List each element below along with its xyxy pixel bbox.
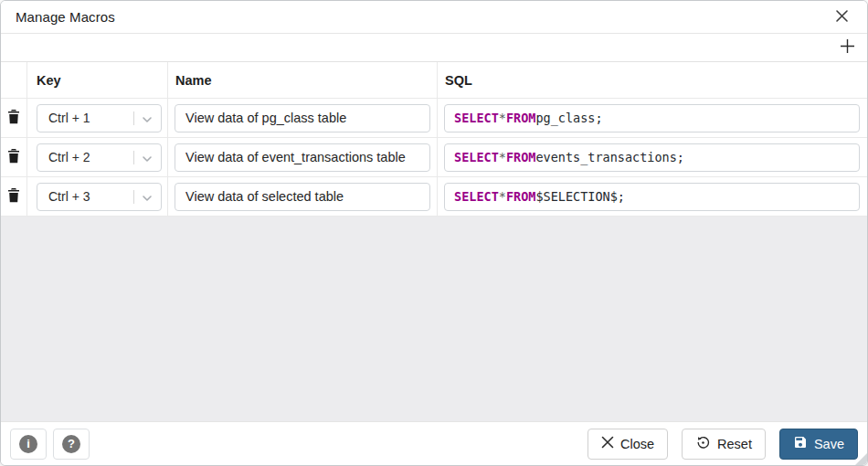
sql-operator: *	[499, 189, 506, 204]
dialog-titlebar: Manage Macros	[1, 1, 867, 34]
info-icon: i	[19, 435, 37, 453]
delete-macro-button[interactable]	[4, 108, 24, 128]
cell-sql: SELECT * FROM pg_class;	[438, 99, 867, 137]
sql-help-button[interactable]: i	[10, 429, 47, 460]
key-select-value: Ctrl + 2	[48, 150, 90, 164]
sql-operator: *	[499, 150, 506, 164]
sql-text: $SELECTION$;	[535, 189, 625, 204]
chevron-down-icon	[140, 112, 154, 131]
cell-name	[168, 99, 438, 137]
sql-text: pg_class;	[535, 111, 602, 125]
table-row: Ctrl + 2 SELECT * FROM events_transactio…	[1, 138, 867, 177]
sql-keyword: FROM	[506, 111, 536, 125]
cell-name	[168, 177, 438, 216]
table-row: Ctrl + 3 SELECT * FROM $SELECTION$;	[1, 177, 867, 217]
cell-delete	[1, 138, 27, 176]
sql-editor[interactable]: SELECT * FROM pg_class;	[444, 104, 860, 132]
column-header-actions	[1, 62, 27, 98]
close-dialog-button[interactable]	[831, 6, 852, 28]
chevron-down-icon	[140, 152, 154, 170]
dialog-footer: i ? Close Reset S	[1, 421, 867, 465]
macros-toolbar	[1, 34, 867, 61]
manage-macros-dialog: Manage Macros Key Name SQL	[0, 0, 868, 466]
key-select[interactable]: Ctrl + 1	[37, 104, 162, 132]
macro-name-input[interactable]	[175, 143, 430, 172]
cell-sql: SELECT * FROM events_transactions;	[438, 138, 867, 176]
trash-icon	[7, 148, 20, 166]
dialog-body-filler	[1, 217, 867, 421]
sql-keyword: FROM	[506, 150, 536, 164]
cell-delete	[1, 177, 27, 216]
trash-icon	[7, 187, 20, 206]
macros-table: Key Name SQL Ctrl + 1	[1, 61, 867, 217]
help-icon: ?	[62, 435, 80, 453]
sql-editor[interactable]: SELECT * FROM events_transactions;	[444, 143, 860, 172]
close-button[interactable]: Close	[587, 429, 668, 460]
resize-grip[interactable]	[855, 453, 867, 465]
key-select[interactable]: Ctrl + 2	[37, 143, 162, 172]
save-icon	[793, 435, 808, 452]
cell-key: Ctrl + 1	[27, 99, 168, 137]
select-divider	[133, 151, 134, 164]
reset-button-label: Reset	[717, 437, 752, 451]
column-header-sql: SQL	[438, 62, 867, 98]
close-icon	[601, 436, 614, 451]
macro-name-input[interactable]	[175, 104, 430, 132]
add-icon	[840, 38, 855, 57]
key-select[interactable]: Ctrl + 3	[37, 183, 162, 211]
close-icon	[835, 9, 849, 26]
sql-editor[interactable]: SELECT * FROM $SELECTION$;	[444, 183, 860, 211]
cell-name	[168, 138, 438, 176]
key-select-value: Ctrl + 1	[48, 111, 90, 125]
select-divider	[133, 190, 134, 204]
delete-macro-button[interactable]	[4, 186, 24, 207]
key-select-value: Ctrl + 3	[48, 189, 90, 204]
reset-button[interactable]: Reset	[682, 429, 766, 460]
macro-name-input[interactable]	[175, 183, 430, 211]
table-header-row: Key Name SQL	[1, 62, 867, 99]
column-header-name: Name	[168, 62, 438, 98]
cell-delete	[1, 99, 27, 137]
close-button-label: Close	[620, 437, 654, 451]
reset-icon	[695, 435, 711, 453]
dialog-title: Manage Macros	[16, 9, 115, 25]
add-macro-button[interactable]	[836, 37, 858, 58]
dialog-help-button[interactable]: ?	[53, 429, 90, 460]
table-row: Ctrl + 1 SELECT * FROM pg_class;	[1, 99, 867, 138]
sql-operator: *	[499, 111, 506, 125]
chevron-down-icon	[140, 191, 154, 209]
trash-icon	[7, 109, 20, 127]
sql-text: events_transactions;	[535, 150, 684, 164]
sql-keyword: SELECT	[454, 150, 499, 164]
cell-sql: SELECT * FROM $SELECTION$;	[438, 177, 867, 216]
sql-keyword: FROM	[506, 189, 536, 204]
select-divider	[133, 111, 134, 125]
sql-keyword: SELECT	[454, 189, 499, 204]
save-button-label: Save	[814, 437, 844, 451]
cell-key: Ctrl + 2	[27, 138, 168, 176]
cell-key: Ctrl + 3	[27, 177, 168, 216]
save-button[interactable]: Save	[779, 429, 858, 460]
sql-keyword: SELECT	[454, 111, 499, 125]
delete-macro-button[interactable]	[4, 147, 24, 167]
column-header-key: Key	[27, 62, 168, 98]
